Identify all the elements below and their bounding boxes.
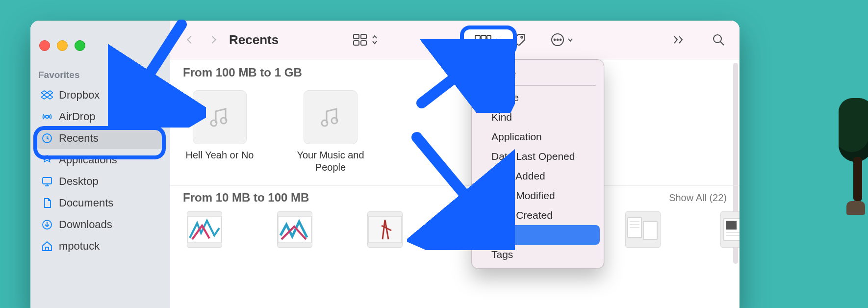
svg-rect-24	[481, 35, 486, 39]
more-actions-button[interactable]	[547, 30, 577, 50]
svg-rect-27	[481, 41, 486, 45]
file-name: Hell Yeah or No	[186, 149, 254, 161]
file-thumb-audio-icon	[304, 90, 357, 144]
file-thumb-image-icon[interactable]	[367, 211, 403, 248]
show-all-link[interactable]: Show All (22)	[669, 192, 727, 204]
document-icon	[41, 197, 53, 209]
menu-item-none[interactable]: None	[476, 64, 600, 83]
svg-marker-1	[47, 91, 53, 95]
back-button[interactable]	[180, 30, 200, 50]
downloads-icon	[41, 219, 53, 231]
sidebar-item-label: Desktop	[59, 175, 99, 188]
svg-marker-0	[41, 91, 47, 95]
svg-rect-26	[475, 41, 480, 45]
toolbar-title: Recents	[229, 32, 279, 48]
menu-item-date-created[interactable]: Date Created	[476, 205, 600, 225]
toolbar: Recents	[170, 21, 740, 59]
svg-point-20	[560, 39, 562, 41]
file-item[interactable]: Your Music and People	[294, 90, 367, 174]
svg-rect-12	[354, 41, 359, 45]
svg-rect-23	[475, 35, 480, 39]
finder-window: Favorites DropboxAirDropRecentsApplicati…	[30, 21, 740, 308]
svg-rect-14	[361, 41, 366, 45]
menu-item-size[interactable]: Size	[476, 225, 600, 245]
file-row-large: Hell Yeah or No Your Music and People	[170, 82, 740, 185]
airdrop-icon	[41, 111, 53, 123]
svg-marker-2	[41, 95, 47, 99]
svg-line-22	[720, 42, 724, 45]
overflow-button[interactable]	[668, 30, 690, 50]
svg-rect-28	[487, 41, 491, 45]
sidebar-item-recents[interactable]: Recents	[35, 128, 165, 149]
menu-item-application[interactable]: Application	[476, 127, 600, 147]
sidebar-item-label: Documents	[59, 197, 113, 209]
sidebar-list: DropboxAirDropRecentsApplicationsDesktop…	[35, 84, 165, 257]
sidebar-item-label: Downloads	[59, 218, 112, 231]
svg-rect-13	[361, 34, 366, 39]
file-name: Your Music and People	[294, 149, 367, 174]
svg-rect-25	[487, 35, 491, 39]
svg-point-18	[554, 39, 556, 41]
content-area: Recents	[170, 21, 740, 308]
menu-item-tags[interactable]: Tags	[476, 245, 600, 264]
sidebar-item-label: Recents	[59, 132, 99, 145]
svg-rect-11	[354, 34, 359, 39]
svg-rect-10	[46, 247, 49, 251]
svg-rect-42	[726, 221, 737, 230]
minimize-window-icon[interactable]	[57, 40, 68, 51]
menu-item-date-last-opened[interactable]: Date Last Opened	[476, 147, 600, 166]
fullscreen-window-icon[interactable]	[75, 40, 85, 51]
svg-rect-37	[643, 222, 657, 239]
svg-point-21	[714, 35, 721, 43]
sidebar-item-label: Dropbox	[59, 89, 100, 102]
section-header-100mb-1gb: From 100 MB to 1 GB	[170, 59, 740, 82]
file-thumb-image-icon[interactable]	[187, 211, 222, 248]
menu-item-kind[interactable]: Kind	[476, 107, 600, 127]
file-thumb-doc-icon[interactable]	[720, 211, 740, 248]
stage: Favorites DropboxAirDropRecentsApplicati…	[0, 0, 868, 308]
sidebar-section-favorites: Favorites	[38, 70, 165, 80]
dropbox-icon	[41, 89, 53, 101]
sidebar: Favorites DropboxAirDropRecentsApplicati…	[30, 21, 171, 308]
svg-point-4	[46, 115, 49, 118]
window-controls[interactable]	[39, 40, 85, 51]
sidebar-item-documents[interactable]: Documents	[35, 192, 165, 214]
close-window-icon[interactable]	[39, 40, 50, 51]
chevron-down-icon	[495, 37, 503, 45]
svg-point-19	[557, 39, 559, 41]
desktop-icon	[41, 176, 53, 187]
sidebar-item-downloads[interactable]: Downloads	[35, 214, 165, 235]
file-item[interactable]: Hell Yeah or No	[183, 90, 256, 174]
sidebar-item-dropbox[interactable]: Dropbox	[35, 84, 165, 106]
forward-button[interactable]	[204, 30, 223, 50]
sidebar-item-label: mpotuck	[59, 240, 100, 253]
svg-rect-6	[43, 178, 51, 184]
sidebar-item-desktop[interactable]: Desktop	[35, 171, 165, 192]
file-thumb-doc-icon[interactable]	[625, 211, 661, 248]
sidebar-item-airdrop[interactable]: AirDrop	[35, 106, 165, 128]
svg-point-16	[521, 36, 523, 38]
file-thumb-image-icon[interactable]	[277, 211, 312, 248]
menu-item-name[interactable]: Name	[476, 88, 600, 107]
sidebar-item-applications[interactable]: Applications	[35, 149, 165, 171]
section-header-10mb-100mb: From 10 MB to 100 MB	[183, 191, 309, 205]
svg-marker-3	[47, 95, 53, 99]
sidebar-item-label: Applications	[59, 154, 117, 166]
sidebar-item-mpotuck[interactable]: mpotuck	[35, 235, 165, 257]
wallpaper-decor	[839, 98, 868, 245]
sidebar-item-label: AirDrop	[59, 110, 96, 123]
apps-icon	[41, 154, 53, 166]
group-by-button[interactable]	[460, 26, 517, 56]
home-icon	[41, 240, 53, 252]
clock-icon	[41, 132, 53, 144]
menu-item-date-added[interactable]: Date Added	[476, 166, 600, 186]
search-button[interactable]	[707, 30, 730, 50]
menu-item-date-modified[interactable]: Date Modified	[476, 186, 600, 205]
group-by-menu[interactable]: NoneNameKindApplicationDate Last OpenedD…	[471, 59, 604, 269]
file-row-medium	[170, 207, 740, 248]
file-thumb-audio-icon	[193, 90, 247, 144]
view-switcher-button[interactable]	[349, 30, 382, 50]
